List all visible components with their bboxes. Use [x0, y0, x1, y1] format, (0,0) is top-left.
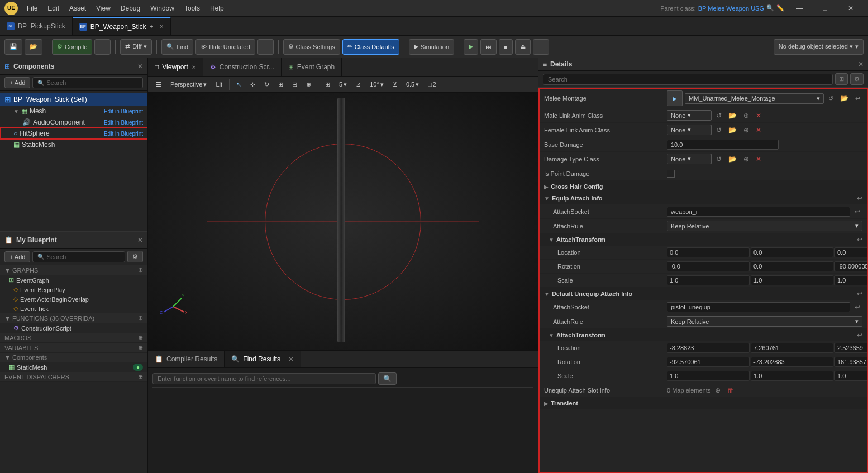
functions-add-icon[interactable]: ⊕: [138, 314, 143, 322]
staticmesh-variable-item[interactable]: ▦ StaticMesh ●: [0, 362, 147, 372]
equip-scale-z[interactable]: [834, 275, 868, 285]
montage-back-button[interactable]: ↩: [853, 94, 862, 103]
base-damage-input[interactable]: [667, 140, 779, 150]
compile-more-button[interactable]: ⋯: [94, 39, 111, 55]
equip-attach-socket-input[interactable]: [667, 207, 850, 217]
unequip-slot-clear-button[interactable]: 🗑: [725, 386, 736, 395]
female-anim-new-button[interactable]: ⊕: [741, 126, 751, 135]
viewport-menu-button[interactable]: ☰: [152, 80, 165, 89]
maximize-button[interactable]: □: [812, 0, 838, 17]
tree-item-hitsphere[interactable]: ○ HitSphere Edit in Blueprint: [0, 128, 147, 139]
damage-type-select[interactable]: None ▾: [667, 154, 712, 164]
browse-button[interactable]: 📂: [25, 39, 42, 55]
damage-type-new-button[interactable]: ⊕: [741, 155, 751, 164]
grid-snap-button[interactable]: ⊞: [322, 80, 333, 89]
female-anim-reset-button[interactable]: ↺: [714, 126, 724, 135]
unequip-attach-socket-input[interactable]: [667, 302, 850, 312]
menu-file[interactable]: File: [22, 3, 42, 13]
details-grid-view-button[interactable]: ⊞: [835, 73, 848, 85]
montage-reset-button[interactable]: ↺: [826, 94, 836, 103]
graphs-section-header[interactable]: ▼ GRAPHS ⊕: [0, 265, 147, 275]
equip-scale-y[interactable]: [751, 275, 833, 285]
equip-location-z[interactable]: [834, 247, 868, 257]
unequip-attach-rule-select[interactable]: Keep Relative ▾: [667, 316, 862, 327]
eventgraph-item[interactable]: ⊞ EventGraph: [0, 275, 147, 285]
functions-section-header[interactable]: ▼ FUNCTIONS (36 OVERRIDA) ⊕: [0, 313, 147, 323]
unequip-location-z[interactable]: [834, 343, 868, 353]
event-actoroverlap-item[interactable]: ◇ Event ActorBeginOverlap: [0, 294, 147, 304]
component-search-box[interactable]: 🔍 Search: [32, 77, 143, 88]
male-anim-clear-button[interactable]: ✕: [753, 111, 764, 120]
minimize-button[interactable]: —: [786, 0, 812, 17]
unequip-location-x[interactable]: [667, 343, 750, 353]
equip-transform-reset[interactable]: ↩: [857, 236, 862, 243]
diff-button[interactable]: ⇄ Diff ▾: [120, 39, 151, 55]
equip-location-x[interactable]: [667, 247, 750, 257]
tree-item-staticmesh[interactable]: ▦ StaticMesh: [0, 139, 147, 150]
graphs-add-icon[interactable]: ⊕: [138, 266, 143, 274]
unequip-socket-reset-button[interactable]: ↩: [852, 303, 862, 312]
menu-view[interactable]: View: [92, 3, 115, 13]
unequip-slot-add-button[interactable]: ⊕: [713, 386, 723, 395]
montage-name-selector[interactable]: MM_Unarmed_Melee_Montage ▾: [685, 93, 824, 104]
lit-button[interactable]: Lit: [212, 80, 226, 89]
macros-section-header[interactable]: MACROS ⊕: [0, 333, 147, 343]
play-more-button[interactable]: ⋯: [533, 39, 549, 55]
menu-debug[interactable]: Debug: [116, 3, 145, 13]
event-tick-item[interactable]: ◇ Event Tick: [0, 304, 147, 313]
tree-item-audio[interactable]: 🔊 AudioComponent Edit in Blueprint: [0, 117, 147, 128]
is-point-damage-checkbox[interactable]: [667, 170, 675, 178]
female-anim-clear-button[interactable]: ✕: [753, 126, 764, 135]
compiler-results-tab[interactable]: 📋 Compiler Results: [148, 351, 225, 367]
tab-bp-pickupstick[interactable]: BP BP_PickupStick: [0, 17, 73, 35]
event-graph-tab[interactable]: ⊞ Event Graph: [282, 58, 342, 76]
equip-rotation-x[interactable]: [667, 261, 750, 271]
female-anim-browse-button[interactable]: 📂: [726, 126, 739, 135]
damage-type-clear-button[interactable]: ✕: [753, 155, 764, 164]
damage-type-reset-button[interactable]: ↺: [714, 155, 724, 164]
viewport-tab[interactable]: □ Viewport ✕: [148, 58, 203, 76]
event-beginplay-item[interactable]: ◇ Event BeginPlay: [0, 285, 147, 294]
class-settings-button[interactable]: ⚙ Class Settings: [283, 39, 340, 55]
female-anim-class-select[interactable]: None ▾: [667, 125, 712, 135]
menu-tools[interactable]: Tools: [180, 3, 204, 13]
male-anim-browse-button[interactable]: 📂: [726, 111, 739, 120]
blueprint-settings-button[interactable]: ⚙: [127, 251, 143, 262]
find-button[interactable]: 🔍 Find: [161, 39, 193, 55]
menu-asset[interactable]: Asset: [65, 3, 90, 13]
details-search-input[interactable]: [543, 74, 833, 85]
event-dispatchers-add-icon[interactable]: ⊕: [138, 373, 143, 380]
mesh-edit-link[interactable]: Edit in Blueprint: [104, 108, 143, 114]
angle-value-button[interactable]: 10° ▾: [366, 80, 387, 89]
local-global-button[interactable]: ⊕: [303, 80, 314, 89]
unequip-scale-y[interactable]: [751, 371, 833, 381]
transform-mode-button[interactable]: ⊟: [289, 80, 301, 89]
tree-item-self[interactable]: ⊞ BP_Weapon_Stick (Self): [0, 93, 147, 106]
blueprint-search-box[interactable]: 🔍 Search: [32, 251, 125, 262]
find-results-close[interactable]: ✕: [288, 355, 294, 363]
unequip-section-reset[interactable]: ↩: [857, 290, 862, 298]
menu-edit[interactable]: Edit: [43, 3, 64, 13]
male-anim-reset-button[interactable]: ↺: [714, 111, 724, 120]
play-button[interactable]: ▶: [464, 39, 478, 55]
perspective-button[interactable]: Perspective ▾: [167, 80, 210, 89]
damage-type-browse-button[interactable]: 📂: [726, 155, 739, 164]
find-search-button[interactable]: 🔍: [378, 372, 397, 385]
hitsphere-edit-link[interactable]: Edit in Blueprint: [104, 131, 143, 137]
next-frame-button[interactable]: ⏭: [480, 39, 497, 55]
add-component-button[interactable]: + Add: [4, 77, 30, 88]
tab-bp-weaponstick[interactable]: BP BP_Weapon_Stick + ✕: [73, 17, 171, 35]
variables-add-icon[interactable]: ⊕: [138, 344, 143, 351]
equip-scale-x[interactable]: [667, 275, 750, 285]
components-subsection-header[interactable]: ▼ Components: [0, 353, 147, 362]
unequip-transform-reset[interactable]: ↩: [857, 331, 862, 339]
event-dispatchers-section-header[interactable]: EVENT DISPATCHERS ⊕: [0, 372, 147, 382]
equip-location-y[interactable]: [751, 247, 833, 257]
add-blueprint-button[interactable]: + Add: [4, 251, 30, 262]
find-results-tab[interactable]: 🔍 Find Results ✕: [225, 351, 301, 367]
construction-script-tab[interactable]: ⚙ Construction Scr...: [203, 58, 282, 76]
construction-script-item[interactable]: ⚙ ConstructionScript: [0, 323, 147, 333]
unequip-transform-header[interactable]: ▼ AttachTransform ↩: [540, 329, 867, 341]
unequip-scale-x[interactable]: [667, 371, 750, 381]
compile-button[interactable]: ⚙ Compile: [52, 39, 92, 55]
